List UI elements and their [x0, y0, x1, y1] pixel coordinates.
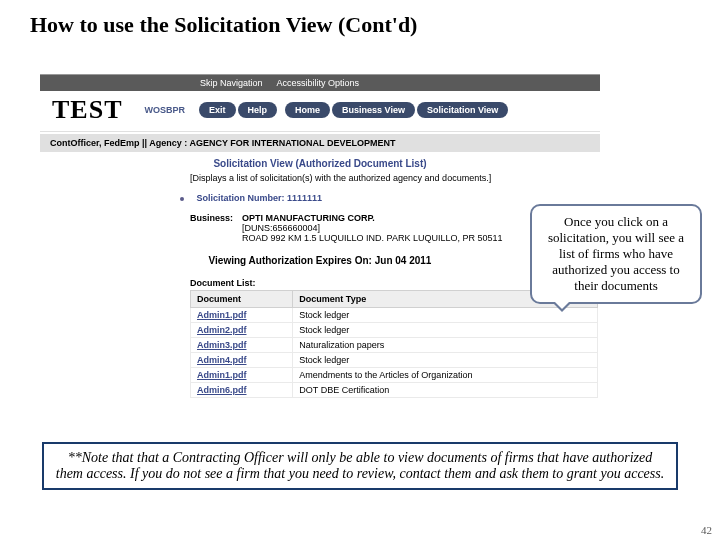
solicitation-number[interactable]: 1111111 [287, 193, 322, 203]
accessibility-options-link[interactable]: Accessibility Options [277, 78, 360, 88]
note-box: **Note that that a Contracting Officer w… [42, 442, 678, 490]
document-type: Amendments to the Articles of Organizati… [293, 368, 598, 383]
screenshot-container: Skip Navigation Accessibility Options TE… [40, 74, 600, 398]
business-duns: [DUNS:656660004] [242, 223, 502, 233]
document-type: Naturalization papers [293, 338, 598, 353]
document-link[interactable]: Admin2.pdf [191, 323, 293, 338]
home-button[interactable]: Home [285, 102, 330, 118]
view-description: [Displays a list of solicitation(s) with… [40, 171, 600, 189]
table-row: Admin4.pdfStock ledger [191, 353, 598, 368]
document-link[interactable]: Admin3.pdf [191, 338, 293, 353]
brand-label: WOSBPR [145, 105, 186, 115]
header-row: TEST WOSBPR Exit Help Home Business View… [40, 91, 600, 129]
callout-text: Once you click on a solicitation, you wi… [548, 214, 684, 293]
document-link[interactable]: Admin4.pdf [191, 353, 293, 368]
help-button[interactable]: Help [238, 102, 278, 118]
document-type: DOT DBE Certification [293, 383, 598, 398]
user-agency-bar: ContOfficer, FedEmp || Agency : AGENCY F… [40, 134, 600, 152]
solicitation-label: Solicitation Number: [197, 193, 285, 203]
document-table: Document Document Type Admin1.pdfStock l… [190, 290, 598, 398]
document-link[interactable]: Admin1.pdf [191, 308, 293, 323]
business-name: OPTI MANUFACTURING CORP. [242, 213, 502, 223]
document-type: Stock ledger [293, 353, 598, 368]
site-logo: TEST [52, 95, 123, 125]
table-row: Admin2.pdfStock ledger [191, 323, 598, 338]
slide-number: 42 [701, 524, 712, 536]
slide-title: How to use the Solicitation View (Cont'd… [0, 0, 720, 48]
skip-navigation-link[interactable]: Skip Navigation [200, 78, 263, 88]
col-document: Document [191, 291, 293, 308]
exit-button[interactable]: Exit [199, 102, 236, 118]
table-row: Admin3.pdfNaturalization papers [191, 338, 598, 353]
business-label: Business: [190, 213, 242, 243]
document-type: Stock ledger [293, 323, 598, 338]
document-link[interactable]: Admin1.pdf [191, 368, 293, 383]
table-row: Admin1.pdfStock ledger [191, 308, 598, 323]
bullet-icon [180, 197, 184, 201]
top-navigation: Skip Navigation Accessibility Options [40, 75, 600, 91]
table-row: Admin1.pdfAmendments to the Articles of … [191, 368, 598, 383]
solicitation-view-button[interactable]: Solicitation View [417, 102, 508, 118]
table-row: Admin6.pdfDOT DBE Certification [191, 383, 598, 398]
callout-box: Once you click on a solicitation, you wi… [530, 204, 702, 304]
document-list-label: Document List: [40, 274, 600, 290]
business-row: Business: OPTI MANUFACTURING CORP. [DUNS… [40, 209, 600, 247]
solicitation-row: Solicitation Number: 1111111 [40, 189, 600, 209]
business-view-button[interactable]: Business View [332, 102, 415, 118]
business-address: ROAD 992 KM 1.5 LUQUILLO IND. PARK LUQUI… [242, 233, 502, 243]
view-title: Solicitation View (Authorized Document L… [40, 152, 600, 171]
expiration-text: Viewing Authorization Expires On: Jun 04… [40, 247, 600, 274]
document-link[interactable]: Admin6.pdf [191, 383, 293, 398]
